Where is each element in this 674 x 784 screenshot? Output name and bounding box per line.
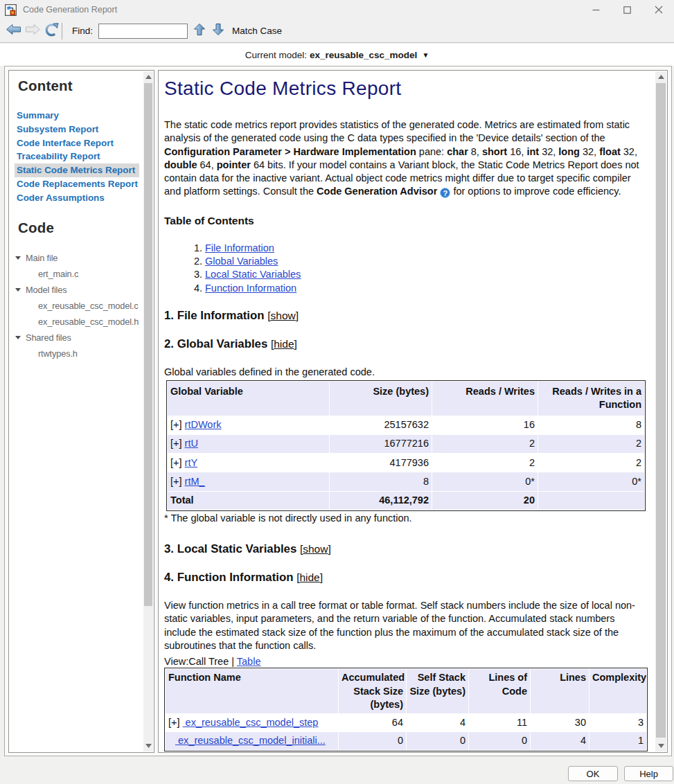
maximize-button[interactable]: [612, 0, 643, 19]
intro-paragraph: The static code metrics report provides …: [164, 118, 655, 199]
tree-item-label: Shared files: [26, 332, 71, 343]
table-cell: 0: [407, 732, 468, 749]
report-title: Static Code Metrics Report: [164, 77, 655, 100]
table-cell: 3: [589, 714, 646, 731]
model-dropdown-caret-icon[interactable]: ▼: [422, 51, 429, 59]
tree-item-ex_reusable_csc_model-c[interactable]: ex_reusable_csc_model.c: [14, 298, 143, 314]
section-1-title: 1. File Information: [164, 309, 265, 322]
expand-toggle[interactable]: [+]: [170, 438, 185, 449]
sidebar-link-code-replacements-report[interactable]: Code Replacements Report: [15, 177, 139, 191]
global-variables-caption: Global variables defined in the generate…: [164, 366, 655, 377]
table-cell: 2: [432, 435, 538, 453]
total-cell: 20: [432, 492, 538, 510]
expand-toggle[interactable]: [+]: [170, 419, 185, 430]
current-model-name[interactable]: ex_reusable_csc_model: [310, 50, 417, 60]
variable-link[interactable]: rtU: [185, 438, 198, 449]
table-cell: 8: [330, 472, 432, 490]
section-2-title: 2. Global Variables: [164, 337, 267, 350]
table-cell: [+] rtDWork: [168, 416, 329, 434]
sidebar-pane: Content SummarySubsystem ReportCode Inte…: [8, 70, 154, 753]
tree-item-ert_main-c[interactable]: ert_main.c: [14, 266, 143, 282]
code-generation-report-window: Code Generation Report: [0, 0, 674, 784]
function-info-description: View function metrics in a call tree for…: [164, 599, 655, 652]
table-cell: [+] rtM_: [168, 472, 329, 490]
sidebar-link-code-interface-report[interactable]: Code Interface Report: [15, 136, 139, 150]
help-button[interactable]: Help: [624, 766, 673, 781]
content-scrollbar-thumb[interactable]: [656, 83, 666, 738]
sidebar-scroll-down-icon[interactable]: [143, 740, 153, 751]
tree-collapse-icon[interactable]: [15, 256, 21, 260]
tree-item-label: ex_reusable_csc_model.c: [38, 301, 139, 311]
content-scrollbar[interactable]: [655, 71, 666, 751]
tree-collapse-icon[interactable]: [15, 288, 21, 292]
section-2-toggle-link[interactable]: hide: [274, 338, 294, 350]
tree-item-shared-files[interactable]: Shared files: [14, 330, 143, 346]
sidebar-scrollbar-thumb[interactable]: [144, 83, 152, 606]
section-heading-global-variables: 2. Global Variables [hide]: [164, 337, 655, 351]
refresh-button[interactable]: [44, 23, 59, 39]
tree-item-rtwtypes-h[interactable]: rtwtypes.h: [14, 346, 143, 362]
section-1-toggle-link[interactable]: show: [271, 310, 296, 321]
tree-collapse-icon[interactable]: [15, 336, 21, 339]
function-info-table-body: [+] ex_reusable_csc_model_step64411303 e…: [166, 714, 646, 750]
tree-item-label: Model files: [26, 285, 67, 295]
find-label: Find:: [72, 26, 93, 36]
column-header: Function Name: [166, 669, 338, 713]
variable-link[interactable]: rtM_: [185, 476, 205, 487]
section-heading-function-information: 4. Function Information [hide]: [164, 570, 655, 585]
column-header: Size (bytes): [330, 382, 432, 416]
column-header: Accumulated Stack Size (bytes): [339, 669, 406, 713]
expand-toggle[interactable]: [+]: [170, 457, 185, 468]
toc-link-local-static-variables[interactable]: Local Static Variables: [205, 269, 301, 280]
table-cell: 8: [538, 416, 644, 434]
table-cell: [+] ex_reusable_csc_model_step: [166, 714, 338, 731]
variable-link[interactable]: ex_reusable_csc_model_initiali...: [175, 735, 326, 746]
minimize-icon: [592, 6, 600, 14]
view-separator: |: [229, 656, 237, 667]
variable-link[interactable]: ex_reusable_csc_model_step: [183, 717, 319, 728]
sidebar-scroll-up-icon[interactable]: [143, 71, 153, 82]
section-4-toggle-link[interactable]: hide: [299, 571, 319, 583]
tree-item-model-files[interactable]: Model files: [14, 282, 143, 298]
match-case-toggle[interactable]: Match Case: [232, 26, 282, 36]
sidebar-link-traceability-report[interactable]: Traceability Report: [15, 150, 139, 163]
function-view-row: View:Call Tree | Table: [164, 655, 655, 668]
sidebar-links: SummarySubsystem ReportCode Interface Re…: [14, 109, 143, 205]
sidebar-link-static-code-metrics-report[interactable]: Static Code Metrics Report: [15, 163, 139, 177]
help-icon[interactable]: ?: [440, 188, 450, 198]
section-3-toggle-link[interactable]: show: [303, 543, 328, 555]
tree-item-main-file[interactable]: Main file: [14, 250, 143, 266]
minimize-button[interactable]: [580, 0, 612, 19]
close-button[interactable]: [643, 0, 674, 19]
content-scroll-up-icon[interactable]: [655, 71, 666, 82]
column-header: Lines of Code: [469, 669, 530, 713]
sidebar-link-summary[interactable]: Summary: [15, 109, 139, 123]
total-cell: [538, 492, 644, 510]
variable-link[interactable]: rtDWork: [185, 419, 222, 430]
sidebar-link-subsystem-report[interactable]: Subsystem Report: [15, 123, 139, 136]
app-icon: [5, 4, 17, 16]
toc-link-file-information[interactable]: File Information: [205, 242, 274, 253]
toc-link-global-variables[interactable]: Global Variables: [205, 256, 278, 267]
table-cell: 2: [538, 435, 644, 453]
content-scroll-down-icon[interactable]: [655, 740, 666, 751]
expand-toggle[interactable]: [+]: [170, 476, 185, 487]
sidebar-scrollbar[interactable]: [143, 71, 153, 751]
view-table-link[interactable]: Table: [237, 656, 261, 667]
forward-button[interactable]: [25, 24, 41, 38]
back-button[interactable]: [6, 24, 21, 38]
variable-link[interactable]: rtY: [185, 457, 198, 468]
find-previous-button[interactable]: [193, 23, 206, 39]
ok-button[interactable]: OK: [568, 766, 618, 781]
toc-link-function-information[interactable]: Function Information: [205, 283, 296, 294]
tree-item-ex_reusable_csc_model-h[interactable]: ex_reusable_csc_model.h: [14, 314, 143, 330]
window-title: Code Generation Report: [23, 5, 117, 15]
find-input[interactable]: [98, 24, 188, 39]
table-cell: 2: [538, 454, 644, 472]
toc-list: File InformationGlobal VariablesLocal St…: [164, 242, 655, 295]
sidebar-link-coder-assumptions[interactable]: Coder Assumptions: [15, 191, 139, 205]
column-header: Self Stack Size (bytes): [407, 669, 468, 713]
expand-toggle[interactable]: [+]: [168, 717, 183, 728]
find-next-button[interactable]: [212, 23, 224, 39]
table-cell: 11: [469, 714, 530, 731]
